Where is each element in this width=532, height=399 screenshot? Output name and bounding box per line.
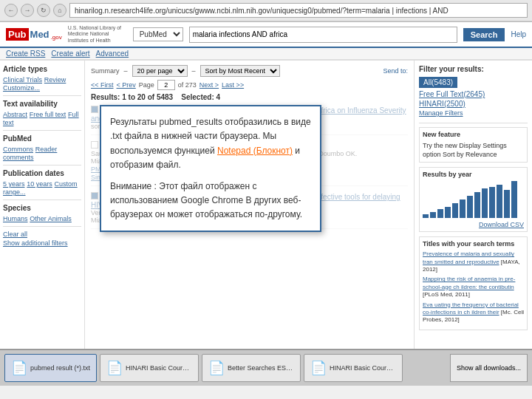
results-count: Results: 1 to 20 of 5483 Selected: 4 [91, 93, 408, 101]
bar-4 [445, 207, 451, 218]
show-all-downloads[interactable]: Show all downloads... [450, 354, 528, 382]
per-page-select[interactable]: 20 per page [132, 65, 188, 77]
article-checkbox-3[interactable] [91, 141, 98, 149]
download-csv-link[interactable]: Download CSV [423, 221, 524, 228]
browser-chrome: ← → ↻ ⌂ [0, 0, 532, 22]
create-rsc-link[interactable]: Create RSS [6, 50, 45, 58]
back-button[interactable]: ← [4, 4, 18, 17]
free-full-text-filter[interactable]: Free full text [30, 111, 66, 118]
pubmed-header-section: Pub Med .gov U.S. National Library of Me… [0, 22, 532, 61]
help-link[interactable]: Help [511, 30, 526, 38]
article-types-title: Article types [3, 65, 81, 73]
of-label: of 273 [178, 81, 197, 89]
taskbar-label-3: Better Searches ES ...pdf [228, 364, 294, 372]
browser-toolbar: ← → ↻ ⌂ [0, 0, 532, 21]
clinical-trials-filter[interactable]: Clinical Trials [3, 76, 42, 83]
new-feature-text: Try the new Display Settings option Sort… [423, 142, 524, 159]
commons-filter[interactable]: Commons [3, 146, 33, 153]
search-term-link-1[interactable]: Prevalence of malaria and sexually tran … [423, 250, 514, 265]
pagination-bar: << First < Prev Page of 273 Next > Last … [91, 80, 408, 90]
selected-text: Selected: 4 [181, 93, 220, 101]
taskbar-item-3[interactable]: 📄 Better Searches ES ...pdf [202, 354, 301, 382]
page-input[interactable] [157, 80, 175, 90]
address-bar[interactable] [69, 3, 528, 18]
manage-filters-link[interactable]: Manage Filters [419, 109, 528, 117]
customize-filter[interactable]: Customize... [3, 84, 40, 92]
taskbar-label-4: HINARI Basic Cours...pdf [330, 364, 396, 372]
popup-text1: Результаты pubmed_results отобразились в… [110, 115, 311, 172]
new-feature-title: New feature [423, 131, 524, 140]
bar-8 [474, 192, 480, 218]
search-type-dropdown[interactable]: PubMed [133, 27, 183, 41]
search-input[interactable] [189, 27, 457, 43]
bar-12 [504, 190, 510, 218]
page-label: Page [139, 81, 154, 89]
divider5 [3, 226, 81, 227]
divider4 [3, 200, 81, 200]
clear-all-link[interactable]: Clear all [3, 231, 81, 238]
abstract-filter[interactable]: Abstract [3, 111, 27, 118]
article-checkbox-4[interactable] [91, 192, 98, 200]
results-year-box: Results by year Download CSV [419, 167, 528, 232]
review-filter[interactable]: Review [44, 76, 66, 83]
search-term-link-3[interactable]: Eva uating the frequency of bacterial co… [423, 301, 519, 316]
first-page-link[interactable]: << First [91, 81, 114, 89]
bar-1 [423, 214, 429, 218]
refresh-button[interactable]: ↻ [37, 4, 50, 17]
taskbar-label-2: HINARI Basic Cours...pdf [126, 364, 192, 372]
new-feature-box: New feature Try the new Display Settings… [419, 127, 528, 163]
other-animals-filter[interactable]: Other Animals [30, 215, 72, 222]
divider2 [3, 130, 81, 131]
bar-13 [511, 181, 517, 218]
popup-overlay: Результаты pubmed_results отобразились в… [100, 105, 321, 232]
show-additional-link[interactable]: Show additional filters [3, 239, 81, 247]
show-all-label: Show all downloads... [457, 364, 521, 372]
taskbar: 📄 pubmed result (*).txt 📄 HINARI Basic C… [0, 349, 532, 386]
popup-notepad-link[interactable]: Notepad (Блокнот) [217, 146, 293, 156]
text-avail-title: Text availability [3, 100, 81, 108]
bar-7 [467, 196, 473, 218]
taskbar-item-4[interactable]: 📄 HINARI Basic Cours...pdf [304, 354, 403, 382]
search-term-link-2[interactable]: Mapping the risk of anaemia in pre-schoo… [423, 276, 515, 290]
search-term-2: Mapping the risk of anaemia in pre-schoo… [423, 276, 524, 299]
free-full-text-filter-right[interactable]: Free Full Text(2645) [419, 90, 528, 98]
forward-button[interactable]: → [21, 4, 34, 17]
results-bar: Summary – 20 per page – Sort by Most Rec… [91, 65, 408, 77]
taskbar-label-1: pubmed result (*).txt [30, 364, 90, 372]
pubmed-title: PubMed [3, 134, 81, 143]
humans-filter[interactable]: Humans [3, 215, 28, 222]
10years-filter[interactable]: 10 years [27, 180, 52, 188]
home-button[interactable]: ⌂ [53, 4, 66, 17]
advanced-link[interactable]: Advanced [96, 50, 129, 58]
hinari-filter[interactable]: HINARI(2500) [419, 100, 528, 108]
logo-pub: Pub [6, 28, 29, 41]
header-links: Create RSS Create alert Advanced [0, 48, 532, 60]
taskbar-item-1[interactable]: 📄 pubmed result (*).txt [4, 354, 97, 382]
search-term-3: Eva uating the frequency of bacterial co… [423, 301, 524, 324]
search-button[interactable]: Search [463, 28, 505, 41]
sort-select[interactable]: Sort by Most Recent [200, 65, 280, 77]
bar-9 [482, 188, 488, 218]
logo-gov: .gov [51, 34, 62, 41]
logo-med: Med [30, 29, 50, 40]
results-year-title: Results by year [423, 171, 524, 178]
taskbar-icon-4: 📄 [310, 360, 327, 376]
center-content: Summary – 20 per page – Sort by Most Rec… [85, 61, 414, 349]
send-to[interactable]: Send to: [383, 67, 408, 75]
article-checkbox-2[interactable] [91, 106, 98, 113]
next-page-link[interactable]: Next > [200, 81, 219, 89]
bar-6 [460, 200, 466, 218]
taskbar-icon-1: 📄 [11, 360, 27, 376]
prev-page-link[interactable]: < Prev [117, 81, 136, 89]
create-alert-link[interactable]: Create alert [51, 50, 89, 58]
last-page-link[interactable]: Last >> [222, 81, 244, 89]
search-terms-title: Titles with your search terms [423, 240, 524, 248]
left-sidebar: Article types Clinical Trials Review Cus… [0, 61, 85, 349]
5years-filter[interactable]: 5 years [3, 180, 25, 188]
all-filter[interactable]: All(5483) [419, 77, 457, 88]
divider1 [3, 95, 81, 96]
popup-text2: Внимание : Этот файл отображен с использ… [110, 180, 311, 222]
right-sidebar: Filter your results: All(5483) Free Full… [414, 61, 532, 349]
results-text: Results: 1 to 20 of 5483 [91, 93, 173, 101]
taskbar-item-2[interactable]: 📄 HINARI Basic Cours...pdf [100, 354, 199, 382]
